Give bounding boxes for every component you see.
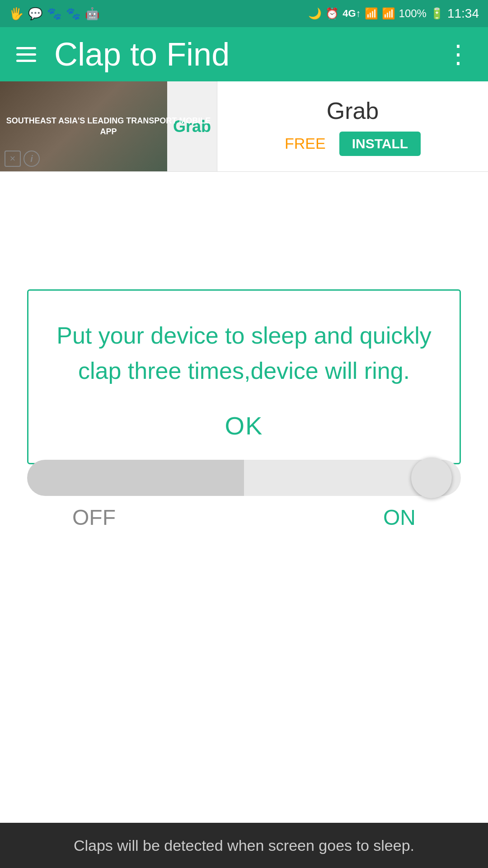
alarm-icon: ⏰ (325, 7, 339, 20)
ad-app-name: Grab (327, 97, 379, 124)
app-title: Clap to Find (54, 36, 427, 73)
main-content: Put your device to sleep and quickly cla… (0, 172, 488, 823)
dialog-message: Put your device to sleep and quickly cla… (51, 318, 437, 388)
ad-tagline: SOUTHEAST ASIA'S LEADING TRANSPORT MOBIL… (0, 116, 217, 137)
network-4g: 4G↑ (343, 8, 361, 19)
toggle-section (27, 460, 461, 496)
ad-info-button[interactable]: i (23, 151, 40, 167)
ok-button[interactable]: OK (225, 411, 263, 440)
app-icon-2: 🐾 (66, 7, 80, 21)
battery-icon: 🔋 (430, 7, 444, 20)
signal-bars-2: 📶 (382, 7, 395, 20)
app-icon-3: 🤖 (85, 7, 99, 21)
toggle-labels: OFF ON (27, 505, 461, 530)
ad-close-area[interactable]: × i (5, 151, 40, 167)
bottom-bar: Claps will be detected when screen goes … (0, 823, 488, 868)
battery-percent: 100% (399, 7, 427, 20)
app-icon-1: 🐾 (47, 7, 61, 21)
toggle-off-label: OFF (72, 505, 116, 530)
more-options-button[interactable]: ⋮ (446, 42, 472, 67)
message-icon: 💬 (28, 7, 42, 21)
toggle-track[interactable] (27, 460, 461, 496)
ad-banner[interactable]: SOUTHEAST ASIA'S LEADING TRANSPORT MOBIL… (0, 81, 488, 172)
ad-right-section: Grab FREE INSTALL (217, 81, 488, 171)
ad-cta-row: FREE INSTALL (285, 132, 421, 156)
info-dialog: Put your device to sleep and quickly cla… (27, 289, 461, 464)
hand-icon: 🖐 (9, 7, 23, 21)
bottom-bar-text: Claps will be detected when screen goes … (74, 837, 414, 854)
status-bar-icons: 🖐 💬 🐾 🐾 🤖 (9, 7, 99, 21)
moon-icon: 🌙 (308, 7, 322, 20)
clock: 11:34 (447, 6, 479, 21)
toggle-on-label: ON (383, 505, 416, 530)
menu-button[interactable] (16, 47, 36, 62)
status-bar: 🖐 💬 🐾 🐾 🤖 🌙 ⏰ 4G↑ 📶 📶 100% 🔋 11:34 (0, 0, 488, 27)
ad-close-button[interactable]: × (5, 151, 21, 167)
app-toolbar: Clap to Find ⋮ (0, 27, 488, 81)
ad-install-button[interactable]: INSTALL (339, 132, 421, 156)
status-bar-right: 🌙 ⏰ 4G↑ 📶 📶 100% 🔋 11:34 (308, 6, 479, 21)
toggle-thumb[interactable] (411, 458, 452, 498)
ad-free-label: FREE (285, 135, 326, 152)
signal-bars-1: 📶 (365, 7, 378, 20)
